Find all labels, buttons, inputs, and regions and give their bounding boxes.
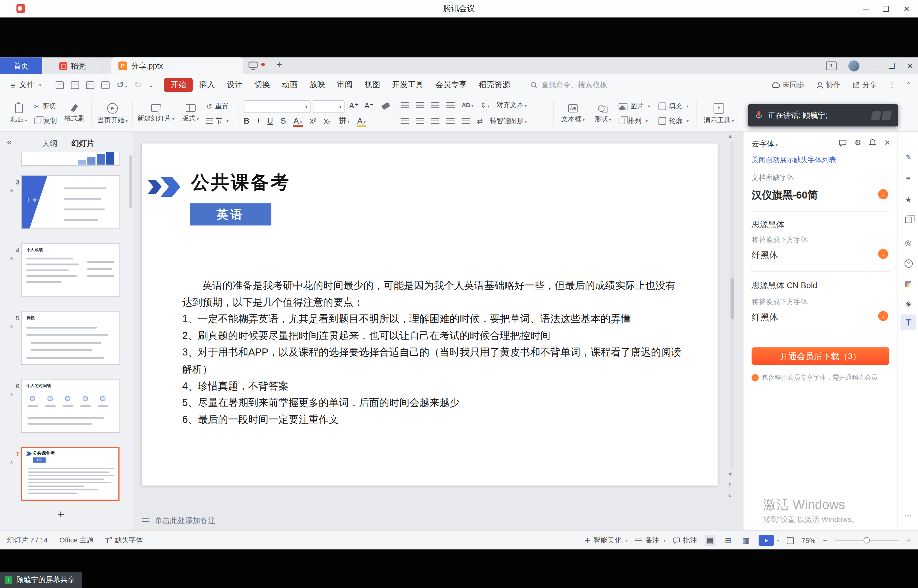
scroll-up-icon[interactable]: ▲ — [728, 133, 733, 139]
cut-button[interactable]: ✂剪切 — [34, 102, 56, 111]
ribbon-tab-view[interactable]: 视图 — [359, 79, 386, 90]
paragraph[interactable]: 2、刷真题的时候要尽量把时间连贯起来，也可以让自己在考试的时候合理把控时间 — [182, 327, 681, 344]
smart-beautify-button[interactable]: 智能美化▾ — [585, 535, 628, 546]
bullets-icon[interactable] — [401, 102, 409, 108]
copy-button[interactable]: 复制 — [34, 116, 57, 126]
ribbon-tab-docer-resource[interactable]: 稻壳资源 — [473, 79, 516, 90]
distribute-icon[interactable] — [462, 118, 470, 124]
align-text-button[interactable]: 对齐文本▾ — [497, 101, 527, 110]
ribbon-tab-insert[interactable]: 插入 — [193, 79, 221, 90]
superscript-button[interactable]: x² — [310, 116, 317, 125]
arrange-button[interactable]: 排列▾ — [619, 116, 648, 126]
canvas-scrollbar-thumb[interactable] — [731, 278, 734, 319]
to-smartart-button[interactable]: 转智能图形▾ — [490, 116, 527, 126]
command-search[interactable]: 查找命令、搜索模板 — [530, 78, 648, 92]
subscript-button[interactable]: x₂ — [324, 116, 331, 125]
collapse-ribbon-icon[interactable]: ⌃ — [906, 81, 911, 88]
font-name-combobox[interactable]: ▾ — [244, 100, 310, 113]
paragraph[interactable]: 5、尽量在暑期到来前掌握更多的单词，后面的时间会越来越少 — [182, 394, 681, 411]
fit-slide-icon[interactable] — [787, 537, 794, 544]
wps-minimize-button[interactable]: ─ — [871, 61, 877, 70]
meeting-minimize-button[interactable]: ─ — [863, 4, 868, 13]
ribbon-tab-animation[interactable]: 动画 — [276, 79, 304, 90]
decrease-indent-icon[interactable] — [431, 102, 440, 108]
ribbon-tab-design[interactable]: 设计 — [221, 79, 249, 90]
scroll-down-icon[interactable]: ▼ — [728, 472, 733, 477]
slide-thumbnail-4[interactable]: 个人成绩 — [21, 243, 120, 297]
ribbon-tab-start[interactable]: 开始 — [164, 78, 193, 92]
picture-button[interactable]: 图片▾ — [619, 102, 650, 111]
docer-star-icon[interactable]: ★ — [898, 195, 918, 204]
slideshow-play-button[interactable]: ▶▾ — [759, 535, 779, 546]
tab-docer[interactable]: 稻壳 — [42, 58, 103, 75]
missing-fonts-button[interactable]: T? 缺失字体 — [105, 535, 143, 546]
tab-outline[interactable]: 大纲 — [42, 138, 58, 149]
fill-button[interactable]: 填充▾ — [658, 102, 689, 111]
meeting-close-button[interactable]: ✕ — [903, 4, 910, 13]
notes-bar[interactable]: 单击此处添加备注 — [134, 511, 743, 530]
font-color-button[interactable]: A▾ — [293, 117, 302, 124]
italic-button[interactable]: I — [257, 116, 260, 126]
collapse-panel-icon[interactable]: « — [7, 137, 11, 147]
slide-thumbnail-3[interactable]: 目 录 — [21, 175, 120, 229]
edit-pen-icon[interactable]: ✎ — [898, 153, 918, 162]
zoom-level[interactable]: 75% — [802, 536, 816, 544]
slide-thumbnail-2-partial[interactable] — [21, 152, 120, 166]
qat-more-icon[interactable]: ⌄ — [149, 82, 154, 88]
help-icon[interactable]: ? — [898, 258, 918, 268]
ribbon-tab-transition[interactable]: 切换 — [249, 79, 276, 90]
download-font-icon[interactable]: ↓ — [878, 311, 888, 321]
panel-title[interactable]: 云字体▾ — [752, 139, 777, 149]
align-right-icon[interactable] — [431, 118, 440, 124]
share-button[interactable]: 分享 — [853, 80, 877, 90]
panel-scrollbar[interactable] — [129, 155, 132, 208]
file-menu[interactable]: ≡ 文件 ▾ — [10, 74, 41, 95]
more-menu-icon[interactable]: ⋮ — [888, 80, 896, 89]
numbering-icon[interactable] — [416, 102, 424, 108]
strikethrough-button[interactable]: S — [281, 116, 286, 125]
text-direction-icon[interactable]: ⇄ — [477, 117, 483, 125]
font-size-combobox[interactable]: ▾ — [313, 100, 344, 113]
paragraph[interactable]: 1、一定不能糊弄英语，尤其是看到题目不明所以，理解困难的时候，要把单词、语法这些… — [182, 310, 681, 327]
ribbon-tab-member[interactable]: 会员专享 — [429, 79, 473, 90]
meeting-maximize-button[interactable]: ❑ — [882, 4, 889, 13]
sync-status-button[interactable]: 未同步 — [771, 80, 805, 90]
layout-panels-icon[interactable] — [898, 216, 918, 225]
align-left-icon[interactable] — [401, 118, 409, 124]
next-slide-icon[interactable]: ↡ — [728, 493, 732, 498]
tab-document[interactable]: P 分享.pptx — [112, 58, 243, 75]
text-box-button[interactable]: A≡ 文本框▾ — [559, 98, 587, 129]
add-slide-button[interactable]: + — [58, 508, 64, 521]
slide-editor[interactable]: 公共课备考 英语 英语的准备是我考研中花的时间最少的，可能是因为我个人英语基础略… — [142, 144, 718, 486]
shapes-button[interactable]: 形状▾ — [589, 98, 616, 129]
paragraph[interactable]: 6、最后的一段时间一定要注重作文 — [182, 411, 681, 428]
feedback-chat-icon[interactable] — [839, 139, 847, 146]
export-icon[interactable] — [71, 81, 79, 89]
slide-subject-badge[interactable]: 英语 — [190, 203, 271, 226]
download-font-icon[interactable]: ↓ — [878, 249, 888, 259]
print-icon[interactable] — [86, 81, 94, 89]
section-button[interactable]: 节▾ — [206, 116, 229, 126]
tab-home[interactable]: 首页 — [0, 58, 42, 75]
layout-button[interactable]: 版式▾ — [177, 98, 204, 129]
slide-thumbnail-5[interactable]: 择校 — [21, 311, 120, 365]
download-font-icon[interactable]: ↓ — [878, 189, 888, 199]
save-icon[interactable] — [56, 81, 64, 89]
zoom-slider-thumb[interactable] — [864, 537, 870, 543]
pinyin-button[interactable]: 拼▾ — [338, 115, 349, 126]
char-spacing-button[interactable]: AB▾ — [462, 102, 474, 108]
increase-font-icon[interactable]: A⁺ — [349, 101, 358, 110]
slide-thumbnail-7-selected[interactable]: 公共课备考 英语 — [21, 447, 120, 501]
bold-button[interactable]: B — [244, 116, 249, 125]
undo-icon[interactable]: ↺▾ — [116, 79, 127, 90]
new-slide-button[interactable]: 新建幻灯片▾ — [137, 98, 175, 129]
cast-monitor-icon[interactable] — [249, 61, 258, 70]
clear-format-icon[interactable] — [381, 102, 390, 110]
underline-button[interactable]: U — [267, 116, 273, 125]
notes-toggle-button[interactable]: 备注▾ — [635, 535, 666, 546]
more-tools-icon[interactable]: ⋯ — [898, 511, 918, 520]
wps-close-button[interactable]: ✕ — [907, 61, 913, 70]
paragraph[interactable]: 3、对于用书和APP，以及课程的选择要选择合适自己的（当时我只用了黄皮书和不背单… — [182, 344, 681, 378]
text-tool-selected[interactable]: T — [900, 315, 916, 330]
paragraph[interactable]: 4、珍惜真题，不背答案 — [182, 378, 681, 394]
